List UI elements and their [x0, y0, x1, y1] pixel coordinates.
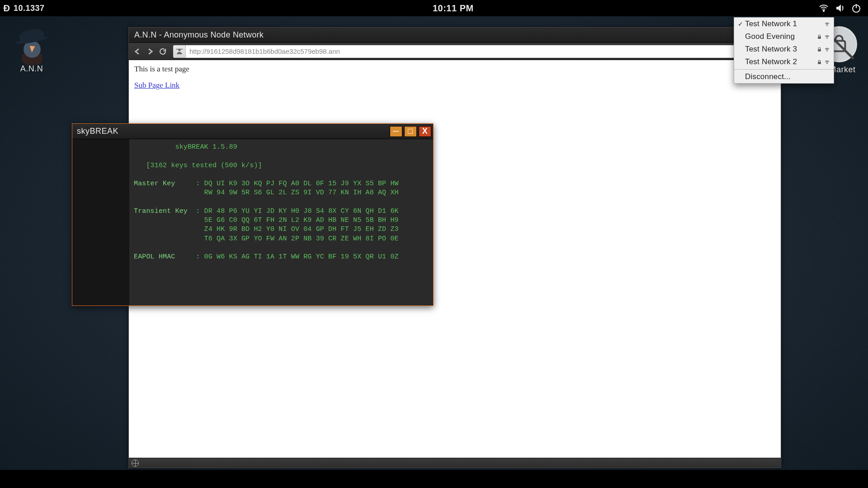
svg-point-0 [823, 10, 825, 12]
wifi-name: Good Evening [744, 32, 816, 41]
address-bar [173, 45, 777, 58]
svg-point-6 [827, 25, 828, 26]
wifi-icon[interactable] [818, 3, 829, 14]
terminal-title: skyBREAK [77, 127, 118, 136]
signal-icon [824, 34, 830, 40]
check-icon: ✓ [737, 20, 744, 28]
globe-icon[interactable] [132, 460, 139, 467]
signal-icon [824, 47, 830, 52]
spy-avatar-icon [14, 25, 50, 61]
power-icon[interactable] [851, 3, 862, 14]
svg-rect-7 [818, 36, 821, 38]
nav-forward-button[interactable] [145, 46, 155, 57]
wifi-item-1[interactable]: Good Evening [734, 30, 834, 43]
lock-icon [816, 47, 822, 52]
desktop-icon-ann[interactable]: A.N.N [9, 25, 54, 74]
system-topbar: Đ 10.1337 10:11 PM [0, 0, 868, 16]
site-identity-icon[interactable] [173, 45, 186, 58]
nav-back-button[interactable] [132, 46, 142, 57]
close-button[interactable]: X [419, 126, 431, 137]
transient-key-label: Transient Key [134, 207, 188, 215]
maximize-button[interactable]: □ [404, 126, 417, 137]
balance-value: 10.1337 [14, 4, 45, 13]
signal-icon [824, 59, 830, 65]
master-key-label: Master Key [134, 180, 175, 188]
wifi-item-3[interactable]: Test Network 2 [734, 56, 834, 68]
url-input[interactable] [186, 47, 777, 55]
wifi-item-0[interactable]: ✓ Test Network 1 [734, 18, 834, 30]
terminal-titlebar[interactable]: skyBREAK ─ □ X [72, 124, 433, 139]
desktop-icon-ann-label: A.N.N [9, 64, 54, 74]
wifi-dropdown: ✓ Test Network 1 Good Evening Test Netwo… [734, 17, 834, 84]
wifi-disconnect[interactable]: Disconnect... [734, 70, 834, 83]
lock-icon [816, 34, 822, 40]
svg-rect-9 [818, 49, 821, 51]
terminal-window: skyBREAK ─ □ X skyBREAK 1.5.89 [3162 key… [72, 123, 434, 306]
terminal-gutter [72, 139, 129, 305]
wifi-name: Test Network 3 [744, 45, 816, 54]
sub-page-link[interactable]: Sub Page Link [134, 81, 179, 90]
minimize-button[interactable]: ─ [390, 126, 402, 137]
svg-point-10 [827, 50, 828, 51]
signal-icon [824, 21, 830, 27]
menu-separator [734, 69, 834, 70]
terminal-output[interactable]: skyBREAK 1.5.89 [3162 keys tested (500 k… [129, 139, 433, 305]
taskbar[interactable] [0, 470, 868, 488]
volume-icon[interactable] [835, 3, 845, 14]
nav-reload-button[interactable] [158, 46, 168, 57]
wifi-name: Test Network 2 [744, 57, 816, 66]
lock-icon [816, 59, 822, 65]
wifi-disconnect-label: Disconnect... [744, 72, 830, 81]
browser-title: A.N.N - Anonymous Node Network [134, 30, 264, 40]
svg-point-12 [827, 63, 828, 64]
wifi-name: Test Network 1 [744, 19, 824, 28]
eapol-hmac-label: EAPOL HMAC [134, 253, 175, 261]
wifi-item-2[interactable]: Test Network 3 [734, 43, 834, 56]
browser-titlebar[interactable]: A.N.N - Anonymous Node Network [129, 28, 781, 43]
browser-navbar [129, 43, 781, 60]
svg-rect-11 [818, 61, 821, 64]
svg-rect-5 [176, 49, 183, 50]
page-body-text: This is a test page [134, 65, 775, 74]
browser-statusbar [129, 458, 781, 468]
currency-icon: Đ [0, 3, 14, 14]
svg-point-8 [827, 38, 828, 38]
clock: 10:11 PM [433, 3, 474, 14]
